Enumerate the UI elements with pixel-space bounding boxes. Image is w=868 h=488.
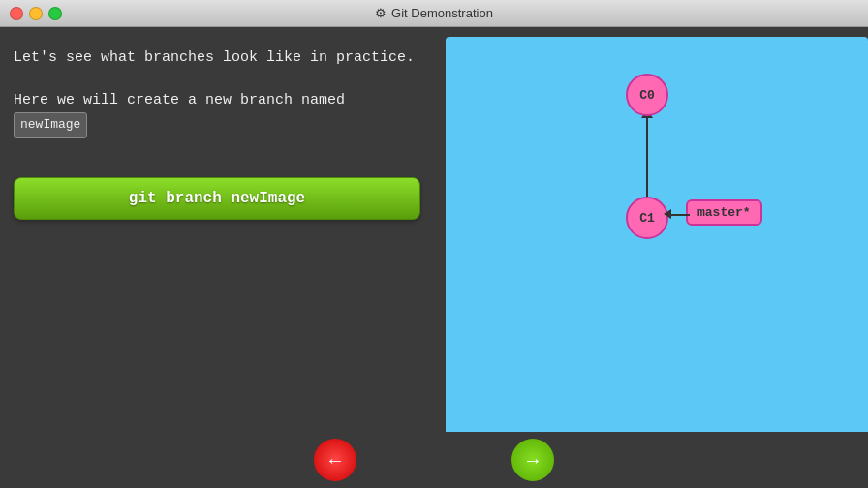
back-button[interactable]: ← <box>314 439 356 481</box>
bottom-navigation: ← → <box>0 432 868 488</box>
forward-button[interactable]: → <box>512 439 554 481</box>
node-c1-label: C1 <box>639 211 655 226</box>
minimize-button[interactable] <box>29 7 43 20</box>
commit-node-c1: C1 <box>626 197 668 239</box>
forward-arrow-icon: → <box>523 450 542 470</box>
commit-arrow <box>646 116 648 197</box>
inline-code-newimage: newImage <box>14 112 87 138</box>
git-visualization: C0 C1 master* <box>446 37 868 442</box>
command-button[interactable]: git branch newImage <box>14 177 420 220</box>
master-branch-label: master* <box>686 199 762 226</box>
maximize-button[interactable] <box>48 7 62 20</box>
window-title: ⚙ Git Demonstration <box>375 6 493 20</box>
commit-node-c0: C0 <box>626 74 668 116</box>
back-arrow-icon: ← <box>326 450 345 470</box>
main-content: Let's see what branches look like in pra… <box>0 27 868 488</box>
node-c0-label: C0 <box>639 88 655 103</box>
window-controls <box>10 7 62 20</box>
description-paragraph-2: Here we will create a new branch named n… <box>14 89 426 138</box>
master-arrow <box>670 214 690 216</box>
title-text: Git Demonstration <box>391 6 493 20</box>
left-panel: Let's see what branches look like in pra… <box>0 27 446 488</box>
description-paragraph-1: Let's see what branches look like in pra… <box>14 46 426 70</box>
gear-icon: ⚙ <box>375 6 387 20</box>
title-bar: ⚙ Git Demonstration <box>0 0 868 27</box>
close-button[interactable] <box>10 7 23 20</box>
